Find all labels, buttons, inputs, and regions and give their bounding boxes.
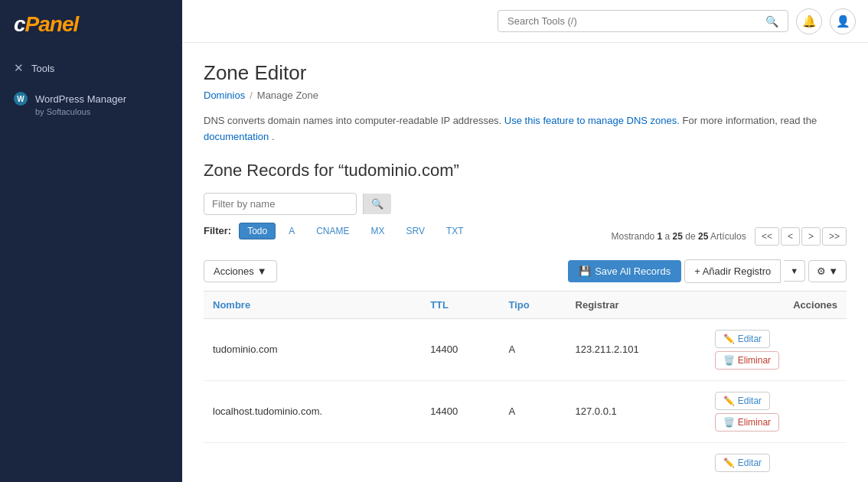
filter-input[interactable] bbox=[209, 194, 351, 214]
edit-icon-3: ✏️ bbox=[723, 458, 735, 468]
save-all-label: Save All Records bbox=[595, 265, 671, 277]
sidebar-wp-label: WordPress Manager bbox=[35, 93, 126, 105]
delete-label-1: Eliminar bbox=[738, 355, 771, 366]
edit-button-2[interactable]: ✏️ Editar bbox=[715, 392, 770, 410]
col-header-tipo: Tipo bbox=[499, 291, 566, 318]
dropdown-caret-icon: ▼ bbox=[790, 266, 798, 275]
save-all-records-button[interactable]: 💾 Save All Records bbox=[568, 260, 681, 282]
sidebar-nav: ✕ Tools W WordPress Manager by Softaculo… bbox=[0, 50, 182, 127]
edit-label-1: Editar bbox=[738, 334, 762, 344]
sidebar: cPanel ✕ Tools W WordPress Manager by So… bbox=[0, 0, 182, 482]
notifications-button[interactable]: 🔔 bbox=[796, 8, 822, 34]
cell-registrar-2: 127.0.0.1 bbox=[566, 380, 706, 442]
add-registro-label: + Añadir Registro bbox=[694, 265, 771, 277]
edit-button-3[interactable]: ✏️ Editar bbox=[715, 454, 770, 472]
trash-icon-1: 🗑️ bbox=[723, 355, 735, 366]
cell-ttl-2: 14400 bbox=[421, 380, 499, 442]
filter-btn-srv[interactable]: SRV bbox=[398, 223, 433, 239]
gear-icon: ⚙ bbox=[817, 265, 826, 277]
edit-label-2: Editar bbox=[738, 396, 762, 406]
filter-type-row: Filter: Todo A CNAME MX SRV TXT bbox=[204, 223, 472, 239]
cpanel-logo-text: cPanel bbox=[14, 12, 78, 37]
pagination-start: 1 bbox=[658, 231, 663, 242]
wordpress-icon: W bbox=[14, 92, 28, 106]
cell-nombre-1: tudominio.com bbox=[204, 318, 421, 380]
user-profile-button[interactable]: 👤 bbox=[830, 8, 856, 34]
records-table: Nombre TTL Tipo Registrar Acciones tudom… bbox=[204, 291, 847, 482]
filter-btn-todo[interactable]: Todo bbox=[239, 223, 276, 239]
search-container: 🔍 bbox=[498, 10, 788, 32]
save-icon: 💾 bbox=[579, 265, 591, 277]
search-input[interactable] bbox=[504, 11, 762, 31]
pagination-info: Mostrando 1 a 25 de 25 Artículos bbox=[612, 231, 746, 242]
page-first-button[interactable]: << bbox=[755, 227, 779, 246]
edit-label-3: Editar bbox=[738, 458, 762, 468]
delete-button-1[interactable]: 🗑️ Eliminar bbox=[715, 351, 779, 370]
bell-icon: 🔔 bbox=[802, 15, 817, 28]
filter-search-button[interactable]: 🔍 bbox=[363, 194, 391, 214]
sidebar-wp-sublabel: by Softaculous bbox=[14, 107, 168, 116]
sidebar-item-tools-label: Tools bbox=[31, 63, 54, 74]
cell-acciones-2: ✏️ Editar 🗑️ Eliminar bbox=[706, 380, 847, 442]
page-last-button[interactable]: >> bbox=[822, 227, 847, 246]
table-row: ✏️ Editar bbox=[204, 442, 847, 482]
pagination-total: 25 bbox=[698, 231, 708, 242]
filter-btn-a[interactable]: A bbox=[280, 223, 303, 239]
desc-text3: For more information, read the bbox=[683, 115, 817, 126]
cell-acciones-1: ✏️ Editar 🗑️ Eliminar bbox=[706, 318, 847, 380]
filter-bar: 🔍 bbox=[204, 193, 847, 215]
right-actions: 💾 Save All Records + Añadir Registro ▼ ⚙… bbox=[568, 259, 847, 283]
topbar: 🔍 🔔 👤 bbox=[182, 0, 868, 43]
desc-link[interactable]: Use this feature to manage DNS zones. bbox=[504, 115, 680, 126]
desc-text1: DNS converts domain names into computer-… bbox=[204, 115, 501, 126]
acciones-caret-icon: ▼ bbox=[257, 265, 267, 277]
breadcrumb: Dominios / Manage Zone bbox=[204, 90, 847, 101]
col-header-ttl: TTL bbox=[421, 291, 499, 318]
filter-btn-cname[interactable]: CNAME bbox=[308, 223, 357, 239]
desc-end: . bbox=[272, 131, 275, 142]
actions-cell-3: ✏️ Editar bbox=[715, 454, 837, 475]
cell-registrar-1: 123.211.2.101 bbox=[566, 318, 706, 380]
filter-btn-mx[interactable]: MX bbox=[363, 223, 393, 239]
page-next-button[interactable]: > bbox=[801, 227, 821, 246]
acciones-button[interactable]: Acciones ▼ bbox=[204, 260, 277, 282]
cell-ttl-3 bbox=[421, 442, 499, 482]
gear-caret-icon: ▼ bbox=[828, 265, 838, 277]
search-button[interactable]: 🔍 bbox=[762, 14, 782, 29]
delete-label-2: Eliminar bbox=[738, 417, 771, 428]
tools-icon: ✕ bbox=[14, 61, 24, 75]
edit-button-1[interactable]: ✏️ Editar bbox=[715, 330, 770, 348]
breadcrumb-sep: / bbox=[250, 90, 253, 101]
cell-acciones-3: ✏️ Editar bbox=[706, 442, 847, 482]
filter-btn-txt[interactable]: TXT bbox=[438, 223, 472, 239]
actions-cell-1: ✏️ Editar 🗑️ Eliminar bbox=[715, 330, 837, 370]
page-title: Zone Editor bbox=[204, 61, 847, 85]
col-header-registrar: Registrar bbox=[566, 291, 706, 318]
acciones-label: Acciones bbox=[214, 265, 254, 277]
page-prev-button[interactable]: < bbox=[781, 227, 800, 246]
add-registro-dropdown-button[interactable]: ▼ bbox=[784, 260, 805, 282]
cell-nombre-2: localhost.tudominio.com. bbox=[204, 380, 421, 442]
sidebar-item-wordpress[interactable]: W WordPress Manager by Softaculous bbox=[0, 84, 182, 124]
logo: cPanel bbox=[0, 0, 182, 50]
breadcrumb-dominios[interactable]: Dominios bbox=[204, 90, 245, 101]
edit-icon-2: ✏️ bbox=[723, 396, 735, 406]
table-header-row: Nombre TTL Tipo Registrar Acciones bbox=[204, 291, 847, 318]
breadcrumb-manage-zone: Manage Zone bbox=[257, 90, 318, 101]
filter-input-wrap bbox=[204, 193, 357, 215]
main-area: 🔍 🔔 👤 Zone Editor Dominios / Manage Zone… bbox=[182, 0, 868, 482]
delete-button-2[interactable]: 🗑️ Eliminar bbox=[715, 413, 779, 432]
gear-settings-button[interactable]: ⚙ ▼ bbox=[808, 260, 847, 282]
col-header-nombre: Nombre bbox=[204, 291, 421, 318]
add-registro-button[interactable]: + Añadir Registro bbox=[684, 259, 781, 283]
col-header-acciones: Acciones bbox=[706, 291, 847, 318]
edit-icon-1: ✏️ bbox=[723, 334, 735, 344]
documentation-link[interactable]: documentation bbox=[204, 131, 269, 142]
cell-tipo-3 bbox=[499, 442, 566, 482]
table-row: tudominio.com 14400 A 123.211.2.101 ✏️ E… bbox=[204, 318, 847, 380]
content-area: Zone Editor Dominios / Manage Zone DNS c… bbox=[182, 43, 868, 482]
cell-nombre-3 bbox=[204, 442, 421, 482]
action-row: Acciones ▼ 💾 Save All Records + Añadir R… bbox=[204, 259, 847, 283]
sidebar-item-tools[interactable]: ✕ Tools bbox=[0, 54, 182, 83]
pagination: Mostrando 1 a 25 de 25 Artículos << < > … bbox=[612, 227, 847, 246]
